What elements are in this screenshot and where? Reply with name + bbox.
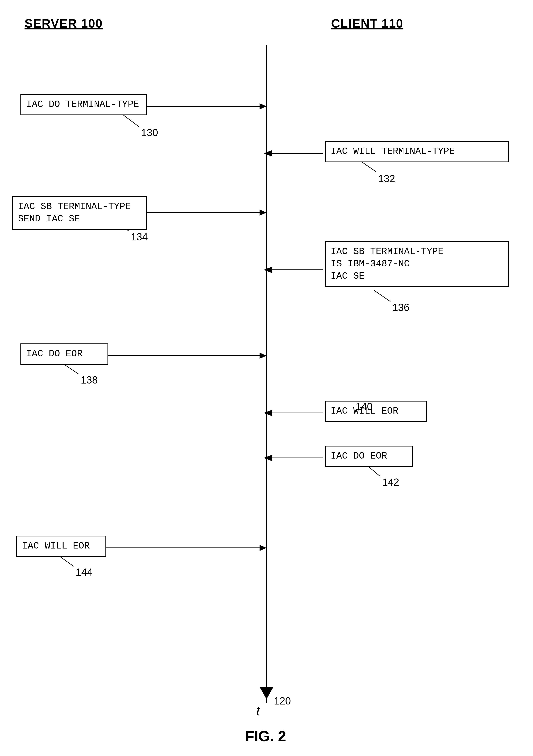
- message-box-138: IAC DO EOR: [20, 343, 108, 365]
- svg-line-25: [59, 556, 73, 566]
- message-box-144: IAC WILL EOR: [16, 536, 106, 557]
- svg-marker-15: [264, 455, 272, 461]
- svg-line-22: [63, 364, 79, 374]
- svg-marker-1: [259, 687, 274, 699]
- message-box-140: IAC WILL EOR: [325, 401, 427, 422]
- message-box-134: IAC SB TERMINAL-TYPE SEND IAC SE: [12, 196, 147, 230]
- svg-line-18: [122, 115, 139, 127]
- ref-120: 120: [274, 695, 291, 707]
- message-box-142: IAC DO EOR: [325, 446, 413, 467]
- ref-134: 134: [131, 231, 148, 243]
- svg-marker-7: [259, 209, 267, 216]
- time-label: t: [256, 703, 260, 718]
- svg-marker-3: [259, 103, 267, 109]
- svg-marker-13: [264, 410, 272, 416]
- svg-line-21: [374, 290, 390, 302]
- ref-140: 140: [356, 401, 373, 413]
- svg-marker-5: [264, 150, 272, 156]
- ref-132: 132: [378, 173, 395, 185]
- message-box-136: IAC SB TERMINAL-TYPE IS IBM-3487-NC IAC …: [325, 241, 509, 287]
- message-box-130: IAC DO TERMINAL-TYPE: [20, 94, 147, 115]
- svg-marker-11: [259, 353, 267, 359]
- ref-130: 130: [141, 127, 158, 139]
- svg-marker-9: [264, 267, 272, 273]
- figure-label: FIG. 2: [184, 728, 347, 744]
- ref-142: 142: [382, 476, 399, 488]
- ref-136: 136: [392, 302, 409, 313]
- svg-line-24: [368, 466, 380, 476]
- ref-144: 144: [76, 566, 93, 578]
- ref-138: 138: [81, 374, 98, 386]
- svg-marker-17: [259, 545, 267, 551]
- diagram-container: SERVER 100 CLIENT 110: [0, 0, 533, 756]
- message-box-132: IAC WILL TERMINAL-TYPE: [325, 141, 509, 162]
